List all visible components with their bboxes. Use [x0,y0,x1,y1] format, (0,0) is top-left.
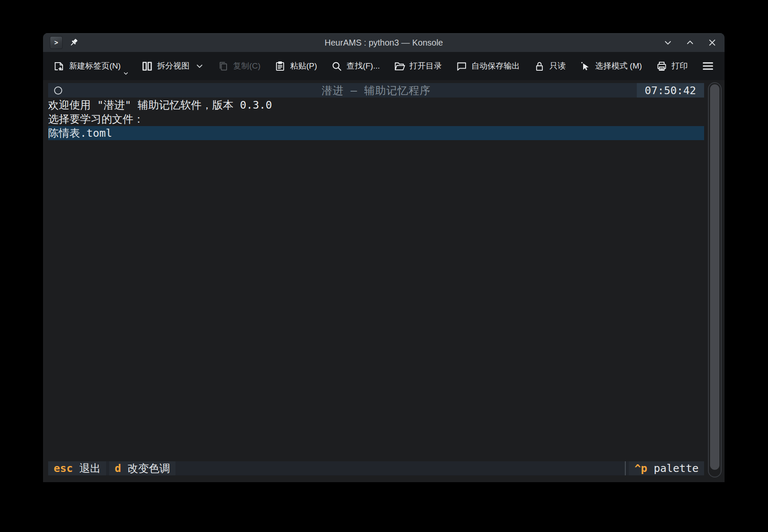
window-title: HeurAMS : python3 — Konsole [43,38,725,48]
new-tab-button[interactable]: 新建标签页(N) [53,60,127,72]
cursor-icon [579,60,591,72]
hamburger-icon [702,60,714,72]
read-only-label: 只读 [549,60,566,72]
maximize-button[interactable] [685,37,696,48]
copy-button: 复制(C) [217,60,260,72]
split-view-label: 拆分视图 [157,60,190,72]
select-mode-label: 选择模式 (M) [595,60,642,72]
chevron-down-icon [196,62,204,70]
paste-button[interactable]: 粘贴(P) [274,60,317,72]
autosave-output-button[interactable]: 自动保存输出 [456,60,520,72]
tui-body: 欢迎使用 "潜进" 辅助记忆软件，版本 0.3.0 选择要学习的文件： 陈情表.… [48,98,704,461]
minimize-button[interactable] [662,37,673,48]
padlock-icon [534,60,545,72]
konsole-window: > HeurAMS : python3 — Konsole [43,33,725,482]
folder-icon [394,60,405,72]
footer-hint-palette[interactable]: ^p palette [629,461,704,475]
copy-icon [217,60,229,72]
open-directory-button[interactable]: 打开目录 [394,60,442,72]
tui-app-title: 潜进 – 辅助记忆程序 [48,83,704,98]
new-tab-icon [53,60,65,72]
menu-button[interactable] [702,60,714,72]
terminal-view[interactable]: 潜进 – 辅助记忆程序 07:50:42 欢迎使用 "潜进" 辅助记忆软件，版本… [43,80,725,482]
tui-clock: 07:50:42 [637,83,704,98]
scrollbar[interactable] [708,82,722,477]
print-button[interactable]: 打印 [656,60,688,72]
split-view-icon [141,60,153,72]
file-list-item-selected[interactable]: 陈情表.toml [48,126,704,140]
search-icon [331,60,342,72]
tui-header: 潜进 – 辅助记忆程序 07:50:42 [48,83,704,98]
toolbar: 新建标签页(N) 拆分视图 [43,52,725,80]
tui-footer: esc 退出 d 改变色调 ^p palette [48,461,704,475]
copy-label: 复制(C) [233,60,260,72]
chevron-down-icon[interactable] [123,70,129,77]
find-button[interactable]: 查找(F)... [331,60,380,72]
paste-icon [274,60,286,72]
konsole-app-icon: > [50,36,63,49]
print-label: 打印 [672,60,688,72]
new-tab-label: 新建标签页(N) [69,60,121,72]
scrollbar-thumb[interactable] [710,84,719,470]
paste-label: 粘贴(P) [290,60,317,72]
speech-bubble-icon [456,60,467,72]
autosave-output-label: 自动保存输出 [472,60,520,72]
close-button[interactable] [707,37,718,48]
pin-icon[interactable] [69,37,79,48]
find-label: 查找(F)... [347,60,380,72]
prompt-line: 选择要学习的文件： [48,112,704,126]
welcome-line: 欢迎使用 "潜进" 辅助记忆软件，版本 0.3.0 [48,98,704,112]
footer-divider [625,461,626,475]
select-mode-button[interactable]: 选择模式 (M) [579,60,642,72]
split-view-button[interactable]: 拆分视图 [141,60,204,72]
tui-app: 潜进 – 辅助记忆程序 07:50:42 欢迎使用 "潜进" 辅助记忆软件，版本… [48,83,704,475]
footer-hint-quit[interactable]: esc 退出 [48,461,106,475]
printer-icon [656,60,667,72]
read-only-button[interactable]: 只读 [534,60,566,72]
titlebar: > HeurAMS : python3 — Konsole [43,33,725,52]
open-directory-label: 打开目录 [409,60,442,72]
footer-hint-theme[interactable]: d 改变色调 [109,461,175,475]
